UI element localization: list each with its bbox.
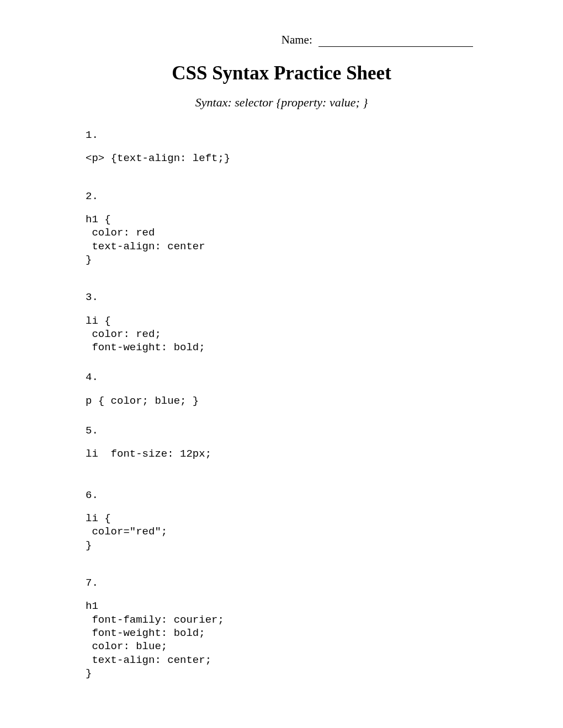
question-number: 5. bbox=[86, 424, 477, 437]
question-7: 7. h1 font-family: courier; font-weight:… bbox=[86, 576, 477, 680]
question-code: li { color="red"; } bbox=[86, 512, 477, 552]
question-code: li font-size: 12px; bbox=[86, 447, 477, 461]
name-label: Name: bbox=[282, 33, 312, 46]
name-blank-line bbox=[318, 34, 473, 47]
page-title: CSS Syntax Practice Sheet bbox=[86, 62, 477, 84]
question-number: 1. bbox=[86, 129, 477, 142]
question-6: 6. li { color="red"; } bbox=[86, 489, 477, 552]
name-field-row: Name: bbox=[86, 33, 477, 47]
question-number: 2. bbox=[86, 190, 477, 203]
question-1: 1. <p> {text-align: left;} bbox=[86, 129, 477, 165]
question-number: 4. bbox=[86, 371, 477, 384]
question-3: 3. li { color: red; font-weight: bold; bbox=[86, 291, 477, 354]
question-2: 2. h1 { color: red text-align: center } bbox=[86, 190, 477, 267]
questions-list: 1. <p> {text-align: left;} 2. h1 { color… bbox=[86, 129, 477, 680]
question-number: 3. bbox=[86, 291, 477, 304]
question-5: 5. li font-size: 12px; bbox=[86, 424, 477, 461]
question-code: p { color; blue; } bbox=[86, 394, 477, 408]
syntax-hint: Syntax: selector {property: value; } bbox=[86, 95, 477, 110]
question-code: <p> {text-align: left;} bbox=[86, 152, 477, 165]
question-number: 6. bbox=[86, 489, 477, 502]
question-number: 7. bbox=[86, 576, 477, 590]
question-4: 4. p { color; blue; } bbox=[86, 371, 477, 408]
question-code: li { color: red; font-weight: bold; bbox=[86, 314, 477, 355]
question-code: h1 { color: red text-align: center } bbox=[86, 213, 477, 266]
question-code: h1 font-family: courier; font-weight: bo… bbox=[86, 599, 477, 680]
